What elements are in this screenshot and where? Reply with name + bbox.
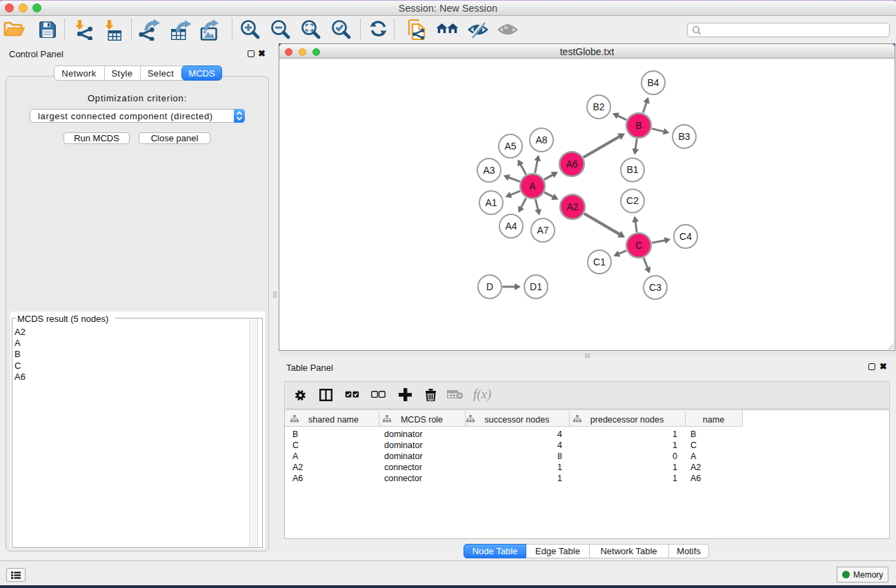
svg-text:B2: B2 xyxy=(593,101,604,112)
svg-text:B4: B4 xyxy=(647,77,659,88)
svg-text:B: B xyxy=(635,120,641,131)
svg-text:A5: A5 xyxy=(504,141,516,152)
svg-text:C2: C2 xyxy=(626,195,639,206)
svg-text:A1: A1 xyxy=(485,197,497,208)
svg-text:A3: A3 xyxy=(483,165,495,176)
svg-text:C4: C4 xyxy=(679,231,692,242)
svg-text:C3: C3 xyxy=(649,282,661,293)
svg-text:B1: B1 xyxy=(626,164,638,175)
svg-text:A8: A8 xyxy=(535,134,547,145)
svg-text:B3: B3 xyxy=(678,131,690,142)
svg-text:A2: A2 xyxy=(566,201,578,212)
svg-text:A7: A7 xyxy=(537,225,548,236)
svg-text:D: D xyxy=(486,281,493,292)
svg-text:A6: A6 xyxy=(566,159,577,170)
svg-text:A4: A4 xyxy=(505,221,517,232)
svg-text:D1: D1 xyxy=(530,281,542,292)
svg-text:C: C xyxy=(635,240,642,251)
svg-text:A: A xyxy=(529,181,536,192)
svg-text:C1: C1 xyxy=(593,256,606,267)
